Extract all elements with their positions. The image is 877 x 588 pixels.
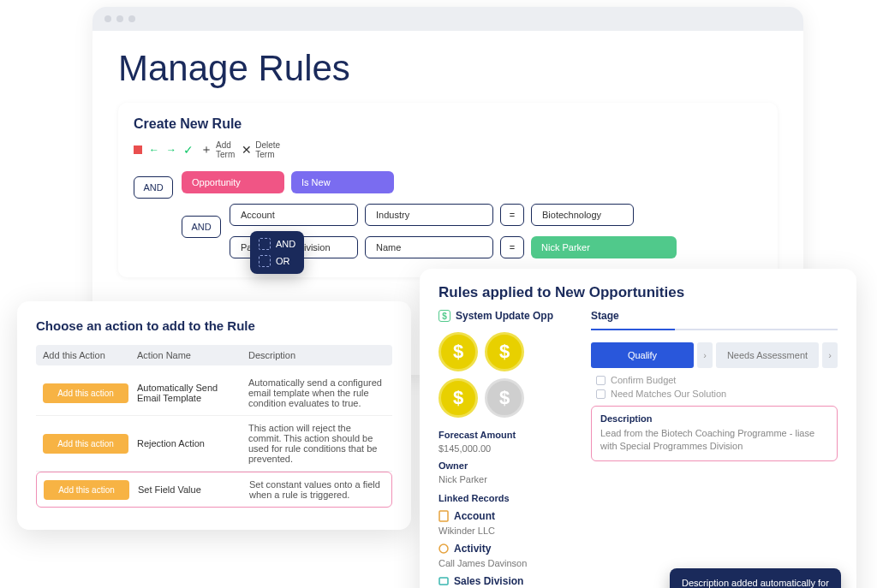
svg-rect-2 xyxy=(439,578,448,585)
equals-chip[interactable]: = xyxy=(500,236,524,258)
svg-rect-0 xyxy=(439,511,448,521)
check-label: Confirm Budget xyxy=(611,375,676,385)
linked-record[interactable]: Sales Division xyxy=(438,575,576,587)
window-dot xyxy=(128,15,135,22)
delete-term-label: Delete Term xyxy=(255,140,280,159)
equals-chip[interactable]: = xyxy=(500,204,524,226)
stop-icon[interactable] xyxy=(134,146,142,154)
undo-icon[interactable]: ← xyxy=(149,144,159,156)
chevron-right-icon: › xyxy=(822,342,838,368)
linked-title: Activity xyxy=(454,543,491,555)
checklist-item[interactable]: Need Matches Our Solution xyxy=(596,389,838,399)
coin-icon: $ xyxy=(438,332,478,371)
stage-step-needs-assessment[interactable]: Needs Assessment xyxy=(716,342,819,368)
owner-value: Nick Parker xyxy=(438,474,576,484)
rules-applied-title: Rules applied to New Opportunities xyxy=(438,284,838,301)
linked-value: Call James Davinson xyxy=(438,558,576,568)
window-titlebar xyxy=(92,7,803,31)
actions-title: Choose an action to add to the Rule xyxy=(36,318,392,333)
stage-steps: Qualify › Needs Assessment › xyxy=(591,342,838,368)
add-action-button[interactable]: Add this action xyxy=(43,383,128,403)
actions-card: Choose an action to add to the Rule Add … xyxy=(17,301,411,530)
activity-icon xyxy=(438,543,449,555)
create-rule-card: Create New Rule ← → ✓ ＋Add Term ✕Delete … xyxy=(118,103,778,277)
rules-applied-card: Rules applied to New Opportunities $ Sys… xyxy=(420,269,856,588)
window-dot xyxy=(104,15,111,22)
value-chip[interactable]: Biotechnology xyxy=(531,204,634,226)
create-rule-title: Create New Rule xyxy=(134,116,762,132)
coin-grid: $ $ $ $ xyxy=(438,332,576,418)
checkbox-icon xyxy=(596,389,606,399)
action-desc: This action will reject the commit. This… xyxy=(248,423,385,464)
rule-tree: AND Opportunity Is New AND Account Indus xyxy=(134,171,762,264)
forecast-label: Forecast Amount xyxy=(438,430,576,440)
system-update-badge: $ System Update Opp xyxy=(438,310,576,322)
stage-step-qualify[interactable]: Qualify xyxy=(591,342,694,368)
popover-and-label: AND xyxy=(276,239,295,249)
group-icon xyxy=(259,238,271,250)
window-dot xyxy=(116,15,123,22)
owner-label: Owner xyxy=(438,460,576,471)
predicate-chip[interactable]: Is New xyxy=(291,171,394,193)
opportunity-summary: $ System Update Opp $ $ $ $ Forecast Amo… xyxy=(438,310,576,588)
popover-and-option[interactable]: AND xyxy=(259,238,295,250)
action-name: Automatically Send Email Template xyxy=(137,383,240,403)
coin-icon: $ xyxy=(485,378,524,418)
dollar-icon: $ xyxy=(438,310,450,322)
chevron-right-icon: › xyxy=(697,342,713,368)
popover-or-option[interactable]: OR xyxy=(259,255,295,267)
stage-progress xyxy=(591,329,838,330)
action-name: Set Field Value xyxy=(138,484,241,495)
description-tooltip: Description added automatically for New … xyxy=(670,568,841,588)
col-add: Add this Action xyxy=(43,350,128,360)
table-row: Add this action Automatically Send Email… xyxy=(36,371,392,416)
linked-record[interactable]: Account xyxy=(438,510,576,522)
check-label: Need Matches Our Solution xyxy=(611,389,726,399)
field-chip[interactable]: Name xyxy=(365,236,493,258)
add-term-button[interactable]: ＋Add Term xyxy=(200,140,235,159)
account-icon xyxy=(438,510,449,522)
checkbox-icon xyxy=(596,376,606,385)
svg-point-1 xyxy=(439,544,448,553)
coin-icon: $ xyxy=(485,332,524,371)
confirm-icon[interactable]: ✓ xyxy=(183,143,194,157)
field-chip[interactable]: Industry xyxy=(365,204,493,226)
linked-title: Sales Division xyxy=(454,575,523,587)
redo-icon[interactable]: → xyxy=(166,144,176,156)
logic-popover: AND OR xyxy=(250,231,304,274)
action-desc: Automatically send a configured email te… xyxy=(248,377,385,408)
and-operator[interactable]: AND xyxy=(134,176,173,199)
entity-chip[interactable]: Opportunity xyxy=(182,171,284,193)
forecast-value: $145,000.00 xyxy=(438,443,576,454)
action-name: Rejection Action xyxy=(137,438,240,448)
field-chip[interactable]: Account xyxy=(230,204,358,226)
table-row: Add this action Set Field Value Set cons… xyxy=(36,472,392,508)
popover-or-label: OR xyxy=(276,256,290,266)
sales-division-icon xyxy=(438,575,449,587)
linked-records-label: Linked Records xyxy=(438,493,576,503)
stage-checklist: Confirm Budget Need Matches Our Solution xyxy=(591,375,838,399)
system-update-label: System Update Opp xyxy=(456,310,553,322)
page-title: Manage Rules xyxy=(118,48,778,89)
close-icon: ✕ xyxy=(242,143,252,157)
group-icon xyxy=(259,255,271,267)
rule-toolbar: ← → ✓ ＋Add Term ✕Delete Term xyxy=(134,140,762,159)
action-desc: Set constant values onto a field when a … xyxy=(249,479,385,500)
and-operator[interactable]: AND xyxy=(182,216,221,238)
delete-term-button[interactable]: ✕Delete Term xyxy=(242,140,280,159)
description-value: Lead from the Biotech Coaching Programme… xyxy=(600,427,828,454)
plus-icon: ＋ xyxy=(200,142,212,157)
add-action-button[interactable]: Add this action xyxy=(44,480,129,500)
value-chip[interactable]: Nick Parker xyxy=(531,236,677,258)
checklist-item[interactable]: Confirm Budget xyxy=(596,375,838,385)
description-label: Description xyxy=(600,413,828,424)
actions-table-header: Add this Action Action Name Description xyxy=(36,345,392,365)
add-action-button[interactable]: Add this action xyxy=(43,434,128,454)
stage-panel: Stage Qualify › Needs Assessment › Confi… xyxy=(591,310,838,588)
table-row: Add this action Rejection Action This ac… xyxy=(36,416,392,472)
description-box: Description Lead from the Biotech Coachi… xyxy=(591,406,838,461)
col-desc: Description xyxy=(248,350,385,360)
add-term-label: Add Term xyxy=(216,140,235,159)
linked-record[interactable]: Activity xyxy=(438,543,576,555)
linked-value: Wikinder LLC xyxy=(438,526,576,536)
